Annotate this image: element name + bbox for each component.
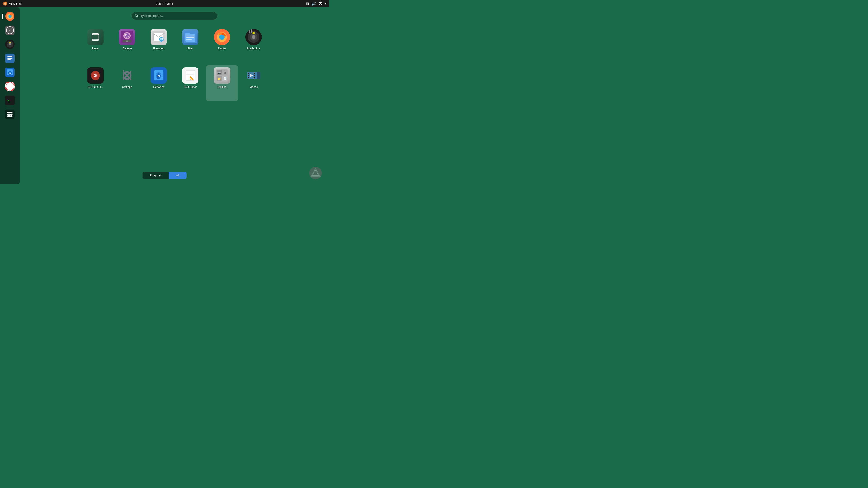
- svg-rect-17: [7, 59, 11, 60]
- svg-rect-109: [248, 75, 249, 76]
- svg-rect-73: [249, 30, 250, 33]
- dock-item-clock[interactable]: [4, 24, 16, 37]
- dock-item-software[interactable]: ★: [4, 66, 16, 78]
- app-item-software[interactable]: ★ Software: [143, 65, 175, 101]
- svg-point-12: [9, 43, 11, 45]
- svg-point-32: [11, 112, 13, 113]
- svg-rect-63: [186, 37, 194, 38]
- volume-icon[interactable]: 🔊: [311, 2, 316, 6]
- svg-rect-82: [123, 70, 124, 71]
- svg-rect-112: [254, 75, 255, 76]
- svg-point-50: [125, 34, 127, 36]
- cheese-icon: [119, 29, 135, 45]
- svg-rect-61: [185, 33, 190, 35]
- evolution-icon: ⏱: [151, 29, 167, 45]
- svg-rect-64: [186, 39, 192, 39]
- settings-label: Settings: [122, 86, 132, 89]
- svg-point-71: [252, 35, 255, 39]
- power-icon[interactable]: ⏻: [319, 2, 322, 6]
- svg-rect-74: [251, 29, 252, 33]
- files-icon: [182, 29, 198, 45]
- filter-all-button[interactable]: All: [169, 172, 186, 179]
- app-item-texteditor[interactable]: Text Editor: [175, 65, 206, 101]
- settings-icon: [119, 67, 135, 84]
- activities-label[interactable]: Activities: [9, 2, 21, 5]
- evolution-label: Evolution: [153, 47, 164, 50]
- dock-item-rhythmbox[interactable]: [4, 38, 16, 51]
- svg-text:⚙: ⚙: [224, 71, 226, 74]
- firefox-label: Firefox: [218, 47, 226, 50]
- app-item-selinux[interactable]: ⚙ SELinux Tr...: [80, 65, 111, 101]
- svg-point-36: [7, 116, 9, 117]
- svg-point-34: [9, 113, 11, 115]
- svg-rect-107: [257, 72, 260, 79]
- network-icon[interactable]: ⊞: [306, 2, 309, 6]
- files-label: Files: [187, 47, 193, 50]
- app-item-settings[interactable]: Settings: [111, 65, 143, 101]
- svg-point-54: [126, 40, 128, 42]
- svg-rect-108: [248, 72, 249, 74]
- app-item-firefox[interactable]: Firefox: [206, 27, 238, 63]
- svg-point-52: [126, 37, 127, 38]
- notes-dock-icon: [5, 54, 15, 63]
- svg-point-37: [9, 116, 11, 117]
- rhythmbox-dock-icon: [5, 39, 15, 49]
- svg-text:⚙: ⚙: [93, 73, 97, 78]
- svg-rect-15: [7, 56, 12, 57]
- svg-point-1: [4, 2, 6, 5]
- software-icon: ★: [151, 67, 167, 84]
- terminal-dock-icon: >_: [5, 96, 15, 105]
- texteditor-label: Text Editor: [184, 86, 197, 89]
- svg-text:📄: 📄: [223, 77, 227, 80]
- datetime-display: Jun 21 23:03: [156, 2, 173, 5]
- app-item-cheese[interactable]: Cheese: [111, 27, 143, 63]
- app-item-evolution[interactable]: ⏱ Evolution: [143, 27, 175, 63]
- svg-point-30: [7, 112, 9, 113]
- main-area: ★ >_: [0, 7, 329, 184]
- svg-point-38: [11, 116, 13, 117]
- app-item-files[interactable]: Files: [175, 27, 206, 63]
- svg-rect-62: [186, 36, 194, 36]
- dock-item-notes[interactable]: [4, 52, 16, 65]
- app-item-rhythmbox[interactable]: Rhythmbox: [238, 27, 270, 63]
- app-item-utilities[interactable]: 📷 ⚙ 📁 📄 Utilities: [206, 65, 238, 101]
- svg-text:📁: 📁: [217, 77, 221, 80]
- app-item-boxes[interactable]: Boxes: [80, 27, 111, 63]
- svg-point-31: [9, 112, 11, 113]
- search-input[interactable]: [141, 14, 214, 18]
- app-item-videos[interactable]: Videos: [238, 65, 270, 101]
- gnome-icon: [3, 1, 8, 6]
- svg-point-33: [7, 113, 9, 115]
- dock-item-firefox[interactable]: [4, 10, 16, 23]
- boxes-icon: [87, 29, 103, 45]
- svg-rect-16: [7, 58, 12, 59]
- svg-text:★: ★: [158, 75, 160, 77]
- firefox-dock-icon: [5, 11, 15, 21]
- svg-rect-110: [248, 77, 249, 78]
- svg-point-26: [8, 84, 12, 88]
- search-icon: [135, 14, 138, 18]
- dock-item-help[interactable]: [4, 80, 16, 93]
- appgrid-dock-icon: [5, 109, 15, 119]
- app-grid: Boxes Cheese: [80, 27, 270, 101]
- search-bar[interactable]: [131, 12, 217, 20]
- svg-point-35: [11, 113, 13, 115]
- utilities-icon: 📷 ⚙ 📁 📄: [214, 67, 230, 84]
- cheese-label: Cheese: [122, 47, 131, 50]
- rhythmbox-label: Rhythmbox: [247, 47, 260, 50]
- rhythmbox-icon: [246, 29, 262, 45]
- svg-rect-111: [254, 72, 255, 74]
- utilities-label: Utilities: [218, 86, 226, 89]
- dock-item-terminal[interactable]: >_: [4, 94, 16, 107]
- dock-item-appgrid[interactable]: [4, 108, 16, 121]
- clock-dock-icon: [5, 26, 15, 35]
- filter-bar: Frequent All: [143, 172, 187, 179]
- videos-icon: [246, 67, 262, 84]
- svg-point-9: [9, 30, 10, 31]
- topbar-right: ⊞ 🔊 ⏻ ▾: [306, 2, 327, 6]
- dropdown-icon[interactable]: ▾: [325, 2, 327, 5]
- boxes-label: Boxes: [92, 47, 99, 50]
- filter-frequent-button[interactable]: Frequent: [143, 172, 169, 179]
- svg-point-51: [128, 36, 129, 37]
- svg-rect-113: [254, 77, 255, 78]
